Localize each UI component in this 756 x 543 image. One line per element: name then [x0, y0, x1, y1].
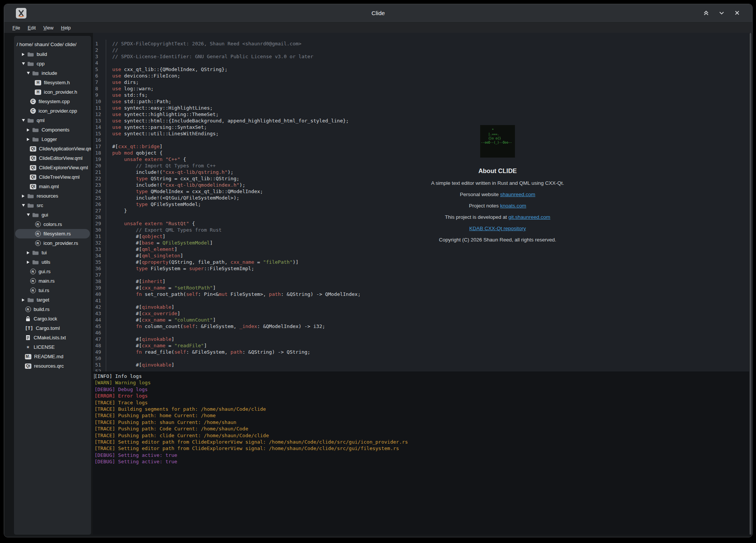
menu-item-elp[interactable]: Help [58, 25, 74, 31]
tree-item-tui[interactable]: tui [15, 248, 90, 257]
tree-item-license[interactable]: ✶LICENSE [15, 342, 90, 352]
tree-item-label: resources.qrc [34, 363, 64, 369]
close-button[interactable] [733, 8, 742, 19]
line-number: 13 [95, 118, 101, 124]
tree-item-resources-qrc[interactable]: Qtresources.qrc [15, 361, 90, 371]
line-number: 31 [95, 233, 101, 240]
code-line: 47 #[qinvokable] [93, 336, 749, 342]
tree-item-icon-provider-cpp[interactable]: Cicon_provider.cpp [15, 106, 90, 116]
chevron-right-icon[interactable] [22, 195, 27, 198]
code-line: 37 [93, 272, 749, 278]
chevron-down-icon[interactable] [27, 72, 32, 74]
code-line-text: fn set_root_path(self: Pin<&mut FileSyst… [112, 291, 361, 297]
tree-item-main-qml[interactable]: Qtmain.qml [15, 182, 90, 191]
tree-item-label: main.qml [39, 184, 59, 189]
tree-item-label: Cargo.toml [36, 325, 60, 331]
chevron-down-icon[interactable] [22, 62, 27, 65]
code-line: 11use syntect::easy::HighlightLines; [93, 105, 749, 111]
code-line-text: #[qinvokable] [112, 362, 174, 368]
chevron-down-icon[interactable] [22, 119, 27, 122]
tree-item-label: Components [42, 127, 70, 133]
about-panel: * |.===. {}o o{} --ooO--(_)--Ooo-- About… [392, 125, 603, 243]
code-line: 8use log::warn; [93, 85, 749, 92]
tree-item-cargo-lock[interactable]: Cargo.lock [15, 314, 90, 323]
tree-item-label: filesystem.rs [43, 231, 71, 237]
tree-item-components[interactable]: Components [15, 125, 90, 135]
qt-icon: Qt [30, 184, 36, 189]
tree-item-include[interactable]: include [15, 68, 90, 78]
scrollbar-track[interactable] [750, 33, 751, 535]
txt-icon [25, 335, 31, 340]
tree-item-icon-provider-h[interactable]: Hicon_provider.h [15, 87, 90, 97]
tree-item-src[interactable]: src [15, 201, 90, 210]
line-number: 46 [95, 330, 101, 336]
tree-item-logger[interactable]: Logger [15, 135, 90, 144]
log-line-trace: [TRACE] Building segments for path: /hom… [94, 406, 749, 412]
tree-item-tui-rs[interactable]: Rtui.rs [15, 286, 90, 295]
line-number: 41 [95, 297, 101, 304]
menu-item-ile[interactable]: File [9, 25, 23, 31]
tree-item-utils[interactable]: utils [15, 257, 90, 267]
tree-item-clideeditorview-qml[interactable]: QtClideEditorView.qml [15, 153, 90, 163]
about-link[interactable]: shaunreed.com [500, 192, 535, 197]
chevron-down-icon[interactable] [22, 204, 27, 207]
shade-button[interactable] [702, 8, 711, 19]
code-line: 45 fn column_count(self: &FileSystem, _i… [93, 323, 749, 330]
tree-item-filesystem-cpp[interactable]: Cfilesystem.cpp [15, 97, 90, 106]
folder-icon [27, 52, 34, 57]
tree-item-target[interactable]: target [15, 295, 90, 305]
editor-pane[interactable]: 1// SPDX-FileCopyrightText: 2026, Shaun … [93, 33, 749, 371]
code-line: 34 #[qml_singleton] [93, 252, 749, 259]
code-line: 46 [93, 330, 749, 336]
tree-item-main-rs[interactable]: Rmain.rs [15, 276, 90, 286]
tree-item-build-rs[interactable]: Rbuild.rs [15, 305, 90, 314]
tree-item-label: build [37, 51, 47, 57]
menu-label-rest: elp [65, 25, 71, 31]
chevron-right-icon[interactable] [22, 299, 27, 302]
chevron-down-icon[interactable] [27, 213, 32, 216]
code-line: 51 #[qinvokable] [93, 362, 749, 368]
tree-item-clideexplorerview-qml[interactable]: QtClideExplorerView.qml [15, 163, 90, 172]
tree-item-filesystem-rs[interactable]: Rfilesystem.rs [15, 229, 90, 238]
log-line-info: [INFO] Info logs [94, 373, 749, 379]
chevron-right-icon[interactable] [27, 251, 32, 254]
header-icon: H [35, 80, 41, 85]
code-line: 9use std::fs; [93, 92, 749, 98]
minimize-button[interactable] [717, 8, 726, 19]
chevron-right-icon[interactable] [27, 261, 32, 264]
tree-item-label: main.rs [39, 278, 55, 284]
tree-item-cpp[interactable]: cpp [15, 59, 90, 68]
chevron-right-icon[interactable] [27, 138, 32, 141]
about-link[interactable]: git.shaunreed.com [509, 214, 550, 220]
code-line-text: use syntect::highlighting::ThemeSet; [112, 111, 219, 118]
titlebar[interactable]: Clide [4, 4, 752, 23]
code-line: 36 type FileSystem = super::FileSystemIm… [93, 265, 749, 272]
tree-item-clidetreeview-qml[interactable]: QtClideTreeView.qml [15, 172, 90, 182]
tree-item-qml[interactable]: qml [15, 116, 90, 125]
tree-item-colors-rs[interactable]: Rcolors.rs [15, 220, 90, 229]
tree-item-cargo-toml[interactable]: [T]Cargo.toml [15, 323, 90, 333]
log-line-trace: [TRACE] Pushing path: Code Current: /hom… [94, 425, 749, 432]
code-line-text: type QFileSystemModel; [112, 201, 201, 207]
tree-item-cmakelists-txt[interactable]: CMakeLists.txt [15, 333, 90, 342]
tree-item-resources[interactable]: resources [15, 191, 90, 201]
tree-item-label: README.md [34, 354, 63, 359]
chevron-right-icon[interactable] [22, 53, 27, 56]
tree-item-readme-md[interactable]: M↓README.md [15, 352, 90, 361]
menu-item-dit[interactable]: Edit [25, 25, 39, 31]
log-panel[interactable]: [INFO] Info logs[WARN] Warning logs[DEBU… [93, 371, 749, 535]
code-line-text: use std::fs; [112, 92, 148, 98]
tree-item-clideapplicationview-qml[interactable]: QtClideApplicationView.qml [15, 144, 90, 153]
tree-item-build[interactable]: build [15, 50, 90, 59]
menu-item-iew[interactable]: View [40, 25, 57, 31]
chevron-right-icon[interactable] [27, 128, 32, 131]
tree-item-gui[interactable]: gui [15, 210, 90, 220]
about-link[interactable]: knoats.com [500, 203, 526, 209]
code-line-text: #[cxx_name = "setRootPath"] [112, 285, 216, 291]
about-link[interactable]: KDAB CXX-Qt repository [469, 226, 526, 231]
menu-label-rest: dit [31, 25, 36, 31]
tree-item-filesystem-h[interactable]: Hfilesystem.h [15, 78, 90, 87]
tree-item-icon-provider-rs[interactable]: Ricon_provider.rs [15, 238, 90, 248]
window-title: Clide [4, 4, 752, 22]
tree-item-gui-rs[interactable]: Rgui.rs [15, 267, 90, 276]
